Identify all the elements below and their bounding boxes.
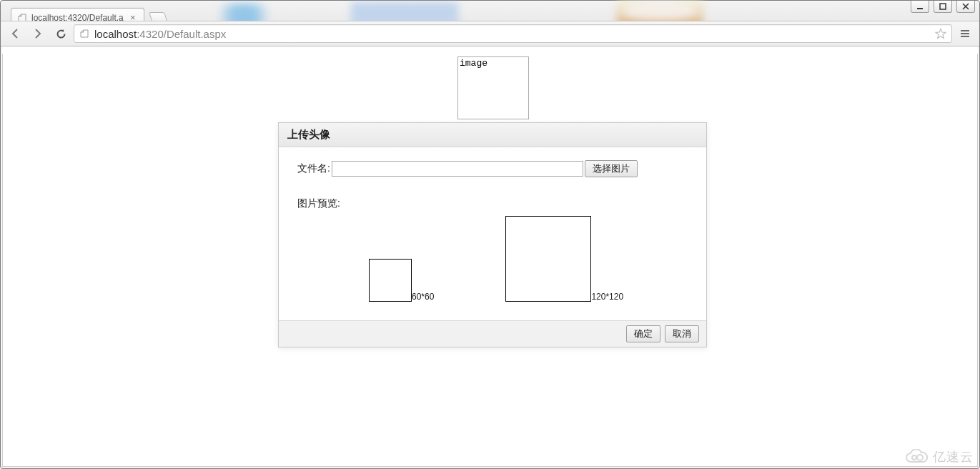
- svg-rect-2: [961, 30, 969, 31]
- url-host: localhost: [94, 28, 137, 40]
- url-path: :4320/Default.aspx: [137, 28, 226, 40]
- preview-60-block: 60*60: [369, 259, 434, 302]
- preview-120-box: [505, 216, 591, 302]
- window-minimize-button[interactable]: [911, 1, 929, 13]
- preview-120-caption: 120*120: [591, 292, 623, 302]
- svg-rect-1: [940, 4, 946, 9]
- tab-strip: localhost:4320/Default.a ×: [1, 1, 979, 21]
- preview-120-block: 120*120: [505, 216, 623, 302]
- watermark-text: 亿速云: [933, 448, 974, 465]
- broken-image-placeholder: image: [457, 56, 529, 119]
- bookmark-star-icon[interactable]: [934, 27, 947, 40]
- preview-section-label: 图片预览:: [297, 197, 688, 210]
- preview-60-box: [369, 259, 412, 302]
- ok-button[interactable]: 确定: [626, 325, 660, 342]
- broken-image-alt-text: image: [460, 58, 487, 69]
- window-controls: [911, 1, 975, 13]
- nav-back-button[interactable]: [5, 24, 25, 43]
- url-text: localhost:4320/Default.aspx: [94, 28, 934, 40]
- preview-row: 60*60 120*120: [297, 216, 688, 302]
- preview-60-caption: 60*60: [412, 292, 434, 302]
- file-name-input[interactable]: [332, 161, 583, 177]
- svg-rect-4: [961, 36, 969, 37]
- window-maximize-button[interactable]: [934, 1, 952, 13]
- dialog-footer: 确定 取消: [279, 320, 706, 347]
- file-name-label: 文件名:: [297, 162, 330, 175]
- browser-toolbar: localhost:4320/Default.aspx: [1, 21, 979, 46]
- nav-forward-button[interactable]: [28, 24, 48, 43]
- cloud-icon: [904, 449, 929, 465]
- svg-point-5: [912, 455, 916, 460]
- dialog-title: 上传头像: [279, 123, 706, 147]
- page-viewport: image 上传头像 文件名: 选择图片 图片预览: 60*60: [2, 54, 978, 467]
- svg-rect-0: [917, 8, 923, 9]
- window-close-button[interactable]: [956, 1, 975, 13]
- svg-point-6: [917, 455, 923, 460]
- svg-rect-3: [961, 33, 969, 34]
- address-bar[interactable]: localhost:4320/Default.aspx: [74, 24, 952, 43]
- nav-reload-button[interactable]: [51, 24, 71, 43]
- dialog-body: 文件名: 选择图片 图片预览: 60*60 120*120: [279, 147, 706, 320]
- choose-image-button[interactable]: 选择图片: [585, 160, 638, 177]
- browser-menu-button[interactable]: [955, 24, 975, 43]
- file-row: 文件名: 选择图片: [297, 160, 688, 177]
- upload-avatar-dialog: 上传头像 文件名: 选择图片 图片预览: 60*60 120*120: [278, 122, 707, 347]
- cancel-button[interactable]: 取消: [665, 325, 699, 342]
- site-info-icon[interactable]: [79, 28, 90, 39]
- os-window: localhost:4320/Default.a × localhost:432…: [0, 0, 980, 469]
- watermark: 亿速云: [904, 448, 974, 465]
